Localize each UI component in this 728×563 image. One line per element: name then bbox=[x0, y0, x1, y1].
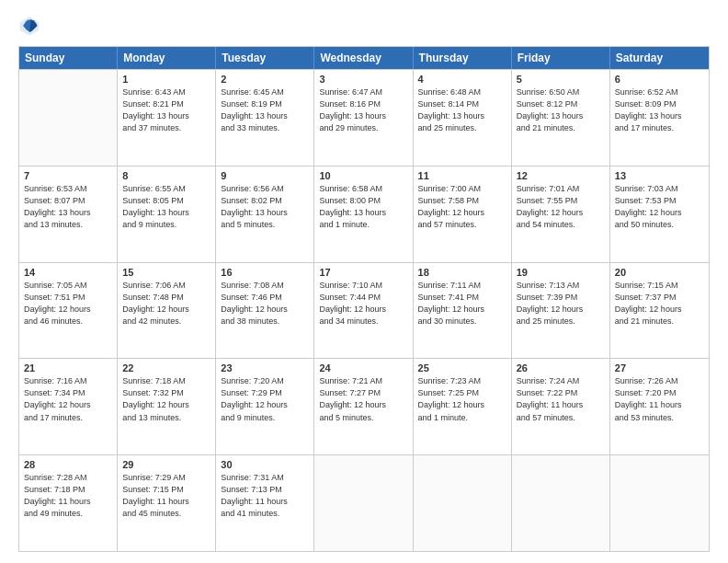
calendar-cell: 28Sunrise: 7:28 AM Sunset: 7:18 PM Dayli… bbox=[19, 455, 118, 551]
calendar-cell: 10Sunrise: 6:58 AM Sunset: 8:00 PM Dayli… bbox=[314, 167, 413, 262]
day-number: 20 bbox=[615, 267, 704, 278]
day-number: 13 bbox=[615, 170, 704, 181]
day-number: 21 bbox=[24, 362, 112, 373]
day-number: 11 bbox=[418, 170, 506, 181]
calendar-week-row: 14Sunrise: 7:05 AM Sunset: 7:51 PM Dayli… bbox=[19, 262, 709, 359]
day-number: 4 bbox=[418, 74, 506, 85]
cell-info: Sunrise: 7:03 AM Sunset: 7:53 PM Dayligh… bbox=[615, 183, 704, 231]
day-number: 2 bbox=[221, 74, 309, 85]
day-number: 27 bbox=[615, 362, 704, 373]
calendar-week-row: 21Sunrise: 7:16 AM Sunset: 7:34 PM Dayli… bbox=[19, 358, 709, 454]
day-number: 1 bbox=[122, 74, 210, 85]
calendar-cell bbox=[414, 455, 512, 551]
calendar-cell: 5Sunrise: 6:50 AM Sunset: 8:12 PM Daylig… bbox=[512, 70, 610, 166]
header-day: Friday bbox=[512, 47, 610, 69]
logo bbox=[18, 15, 44, 37]
calendar-body: 1Sunrise: 6:43 AM Sunset: 8:21 PM Daylig… bbox=[19, 69, 709, 551]
cell-info: Sunrise: 7:20 AM Sunset: 7:29 PM Dayligh… bbox=[221, 375, 309, 423]
cell-info: Sunrise: 6:56 AM Sunset: 8:02 PM Dayligh… bbox=[221, 183, 309, 231]
cell-info: Sunrise: 7:24 AM Sunset: 7:22 PM Dayligh… bbox=[517, 375, 605, 423]
calendar-cell: 16Sunrise: 7:08 AM Sunset: 7:46 PM Dayli… bbox=[216, 263, 314, 359]
cell-info: Sunrise: 7:31 AM Sunset: 7:13 PM Dayligh… bbox=[221, 472, 309, 520]
day-number: 3 bbox=[319, 74, 407, 85]
calendar-cell: 18Sunrise: 7:11 AM Sunset: 7:41 PM Dayli… bbox=[414, 263, 512, 359]
calendar-cell: 17Sunrise: 7:10 AM Sunset: 7:44 PM Dayli… bbox=[314, 263, 413, 359]
calendar-cell: 24Sunrise: 7:21 AM Sunset: 7:27 PM Dayli… bbox=[314, 359, 413, 454]
day-number: 24 bbox=[319, 362, 407, 373]
cell-info: Sunrise: 7:08 AM Sunset: 7:46 PM Dayligh… bbox=[221, 280, 309, 327]
cell-info: Sunrise: 7:10 AM Sunset: 7:44 PM Dayligh… bbox=[319, 280, 407, 327]
header bbox=[18, 15, 710, 37]
page: SundayMondayTuesdayWednesdayThursdayFrid… bbox=[0, 0, 728, 563]
day-number: 14 bbox=[24, 267, 112, 278]
day-number: 8 bbox=[122, 170, 210, 181]
day-number: 6 bbox=[615, 74, 704, 85]
cell-info: Sunrise: 7:00 AM Sunset: 7:58 PM Dayligh… bbox=[418, 183, 506, 231]
cell-info: Sunrise: 7:21 AM Sunset: 7:27 PM Dayligh… bbox=[319, 375, 407, 423]
calendar-cell: 27Sunrise: 7:26 AM Sunset: 7:20 PM Dayli… bbox=[610, 359, 709, 454]
calendar-cell: 20Sunrise: 7:15 AM Sunset: 7:37 PM Dayli… bbox=[610, 263, 709, 359]
day-number: 26 bbox=[517, 362, 605, 373]
calendar-cell: 30Sunrise: 7:31 AM Sunset: 7:13 PM Dayli… bbox=[216, 455, 314, 551]
header-day: Wednesday bbox=[314, 47, 413, 69]
calendar-cell: 9Sunrise: 6:56 AM Sunset: 8:02 PM Daylig… bbox=[216, 167, 314, 262]
calendar-cell: 4Sunrise: 6:48 AM Sunset: 8:14 PM Daylig… bbox=[414, 70, 512, 166]
logo-icon bbox=[18, 15, 40, 37]
calendar-cell: 19Sunrise: 7:13 AM Sunset: 7:39 PM Dayli… bbox=[512, 263, 610, 359]
day-number: 23 bbox=[221, 362, 309, 373]
day-number: 10 bbox=[319, 170, 407, 181]
day-number: 5 bbox=[517, 74, 605, 85]
calendar: SundayMondayTuesdayWednesdayThursdayFrid… bbox=[18, 46, 710, 552]
calendar-cell bbox=[512, 455, 610, 551]
day-number: 22 bbox=[122, 362, 210, 373]
cell-info: Sunrise: 6:45 AM Sunset: 8:19 PM Dayligh… bbox=[221, 86, 309, 134]
calendar-week-row: 28Sunrise: 7:28 AM Sunset: 7:18 PM Dayli… bbox=[19, 454, 709, 551]
cell-info: Sunrise: 7:26 AM Sunset: 7:20 PM Dayligh… bbox=[615, 375, 704, 423]
cell-info: Sunrise: 7:16 AM Sunset: 7:34 PM Dayligh… bbox=[24, 375, 112, 423]
cell-info: Sunrise: 6:47 AM Sunset: 8:16 PM Dayligh… bbox=[319, 86, 407, 134]
cell-info: Sunrise: 6:53 AM Sunset: 8:07 PM Dayligh… bbox=[24, 183, 112, 231]
header-day: Monday bbox=[118, 47, 216, 69]
cell-info: Sunrise: 7:06 AM Sunset: 7:48 PM Dayligh… bbox=[122, 280, 210, 327]
day-number: 15 bbox=[122, 267, 210, 278]
cell-info: Sunrise: 7:29 AM Sunset: 7:15 PM Dayligh… bbox=[122, 472, 210, 520]
cell-info: Sunrise: 7:18 AM Sunset: 7:32 PM Dayligh… bbox=[122, 375, 210, 423]
cell-info: Sunrise: 7:05 AM Sunset: 7:51 PM Dayligh… bbox=[24, 280, 112, 327]
calendar-cell: 26Sunrise: 7:24 AM Sunset: 7:22 PM Dayli… bbox=[512, 359, 610, 454]
calendar-cell: 29Sunrise: 7:29 AM Sunset: 7:15 PM Dayli… bbox=[118, 455, 216, 551]
day-number: 30 bbox=[221, 459, 309, 470]
cell-info: Sunrise: 7:15 AM Sunset: 7:37 PM Dayligh… bbox=[615, 280, 704, 327]
calendar-cell: 1Sunrise: 6:43 AM Sunset: 8:21 PM Daylig… bbox=[118, 70, 216, 166]
cell-info: Sunrise: 6:48 AM Sunset: 8:14 PM Dayligh… bbox=[418, 86, 506, 134]
day-number: 28 bbox=[24, 459, 112, 470]
calendar-cell bbox=[314, 455, 413, 551]
calendar-week-row: 1Sunrise: 6:43 AM Sunset: 8:21 PM Daylig… bbox=[19, 69, 709, 166]
day-number: 19 bbox=[517, 267, 605, 278]
day-number: 12 bbox=[517, 170, 605, 181]
header-day: Sunday bbox=[19, 47, 118, 69]
calendar-cell: 3Sunrise: 6:47 AM Sunset: 8:16 PM Daylig… bbox=[314, 70, 413, 166]
day-number: 29 bbox=[122, 459, 210, 470]
cell-info: Sunrise: 6:58 AM Sunset: 8:00 PM Dayligh… bbox=[319, 183, 407, 231]
calendar-cell bbox=[610, 455, 709, 551]
calendar-cell: 11Sunrise: 7:00 AM Sunset: 7:58 PM Dayli… bbox=[414, 167, 512, 262]
cell-info: Sunrise: 6:50 AM Sunset: 8:12 PM Dayligh… bbox=[517, 86, 605, 134]
day-number: 9 bbox=[221, 170, 309, 181]
cell-info: Sunrise: 7:01 AM Sunset: 7:55 PM Dayligh… bbox=[517, 183, 605, 231]
header-day: Tuesday bbox=[216, 47, 314, 69]
day-number: 25 bbox=[418, 362, 506, 373]
header-day: Thursday bbox=[414, 47, 512, 69]
calendar-cell: 8Sunrise: 6:55 AM Sunset: 8:05 PM Daylig… bbox=[118, 167, 216, 262]
calendar-week-row: 7Sunrise: 6:53 AM Sunset: 8:07 PM Daylig… bbox=[19, 166, 709, 262]
cell-info: Sunrise: 6:52 AM Sunset: 8:09 PM Dayligh… bbox=[615, 86, 704, 134]
calendar-header: SundayMondayTuesdayWednesdayThursdayFrid… bbox=[19, 47, 709, 69]
cell-info: Sunrise: 6:43 AM Sunset: 8:21 PM Dayligh… bbox=[122, 86, 210, 134]
calendar-cell: 13Sunrise: 7:03 AM Sunset: 7:53 PM Dayli… bbox=[610, 167, 709, 262]
header-day: Saturday bbox=[610, 47, 709, 69]
calendar-cell bbox=[19, 70, 118, 166]
cell-info: Sunrise: 7:23 AM Sunset: 7:25 PM Dayligh… bbox=[418, 375, 506, 423]
cell-info: Sunrise: 6:55 AM Sunset: 8:05 PM Dayligh… bbox=[122, 183, 210, 231]
calendar-cell: 2Sunrise: 6:45 AM Sunset: 8:19 PM Daylig… bbox=[216, 70, 314, 166]
day-number: 17 bbox=[319, 267, 407, 278]
calendar-cell: 14Sunrise: 7:05 AM Sunset: 7:51 PM Dayli… bbox=[19, 263, 118, 359]
